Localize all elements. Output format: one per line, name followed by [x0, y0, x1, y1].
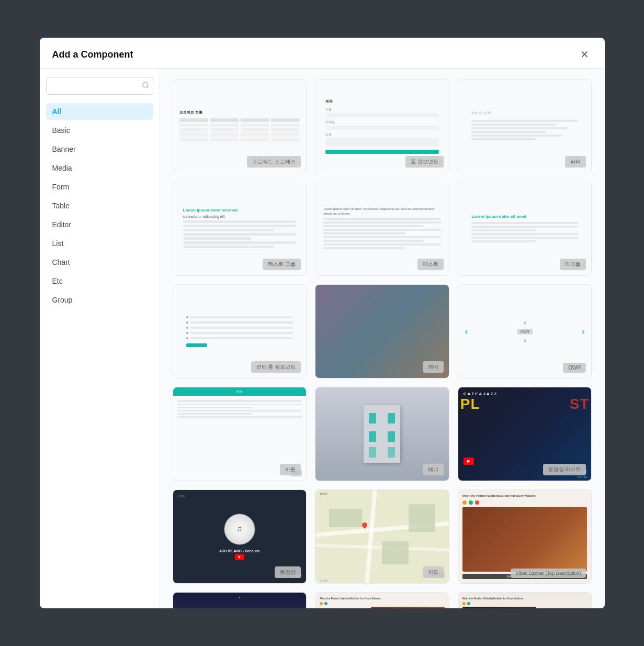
sidebar-item-editor[interactable]: Editor	[46, 216, 153, 233]
card-label-3: 파비	[565, 156, 586, 168]
preview-article: Lorem ipsum dolor sit amet, consectetur …	[323, 207, 440, 251]
preview-mountain: AK	[173, 593, 307, 608]
card-title-only[interactable]: Lorem ipsum dolor sit amet 타이틀	[458, 182, 592, 276]
preview-video-banner-right: Meet the Perfect WebsiteBuilder for Busy…	[458, 593, 592, 608]
card-preview-16: AK	[173, 593, 307, 608]
sidebar: All Basic Banner Media Form Table Editor…	[40, 69, 160, 608]
modal-overlay: Add a Component ✕ All Basic Banner Media…	[0, 0, 644, 646]
card-building[interactable]: 배너	[315, 387, 449, 481]
search-icon	[142, 82, 149, 91]
card-preview-17: Meet the Perfect WebsiteBuilder for Busy…	[315, 593, 449, 608]
preview-text-block: Lorem ipsum dolor sit amet consectetur a…	[183, 208, 296, 250]
card-table-process[interactable]: 프로젝트 현황	[173, 79, 307, 173]
card-label-8: 캐비	[423, 361, 444, 373]
sidebar-item-chart[interactable]: Chart	[46, 254, 153, 271]
sidebar-item-list[interactable]: List	[46, 235, 153, 252]
modal-body: All Basic Banner Media Form Table Editor…	[40, 69, 605, 608]
card-article[interactable]: Lorem ipsum dolor sit amet, consectetur …	[315, 182, 449, 276]
sidebar-item-form[interactable]: Form	[46, 179, 153, 195]
card-video-banner-right[interactable]: Meet the Perfect WebsiteBuilder for Busy…	[458, 592, 592, 608]
sidebar-item-all[interactable]: All	[46, 103, 153, 120]
modal-header: Add a Component ✕	[40, 38, 605, 69]
preview-form: 제목 이름 이메일 내용	[325, 99, 438, 154]
card-mountain[interactable]: AK	[173, 592, 307, 608]
card-video-banner-top[interactable]: Meet the Perfect WebsiteBuilder for Busy…	[458, 489, 592, 584]
sidebar-item-media[interactable]: Media	[46, 160, 153, 176]
svg-line-1	[146, 86, 148, 88]
svg-point-0	[142, 82, 147, 87]
card-label-1: 프로젝트 프로세스	[247, 156, 301, 168]
content-area: 프로젝트 현황	[160, 69, 605, 608]
component-grid: 프로젝트 현황	[173, 79, 592, 608]
card-label-12: 동영상 리스트	[543, 464, 586, 475]
card-label-13: 동영상	[275, 566, 301, 578]
preview-video-banner-left: Meet the Perfect WebsiteBuilder for Busy…	[315, 593, 449, 608]
preview-table: 프로젝트 현황	[179, 110, 299, 142]
sidebar-item-banner[interactable]: Banner	[46, 141, 153, 158]
preview-simple: 서비스 소개	[471, 110, 578, 142]
card-teal-header[interactable]: 메뉴 바튼	[173, 387, 307, 481]
search-box	[46, 77, 153, 95]
sidebar-item-table[interactable]: Table	[46, 197, 153, 214]
sidebar-item-basic[interactable]: Basic	[46, 122, 153, 139]
card-label-9: OWR	[563, 363, 586, 373]
card-label-6: 타이틀	[560, 259, 586, 270]
card-list-content[interactable]: 컨텐 콤 컴포넌트	[173, 284, 307, 378]
card-video-banner-left[interactable]: Meet the Perfect WebsiteBuilder for Busy…	[315, 592, 449, 608]
sidebar-item-etc[interactable]: Etc	[46, 273, 153, 289]
preview-title-only: Lorem ipsum dolor sit amet	[471, 214, 578, 244]
card-label-15: Video Banner (Top Description)	[511, 569, 586, 578]
card-label-5: 테스트	[417, 259, 444, 270]
preview-carousel: ‹ ∧ OWR ∨ ›	[465, 320, 585, 343]
close-button[interactable]: ✕	[578, 47, 592, 62]
card-video-dark[interactable]: 동영상 🎵 ASH ISLAND - Because	[173, 489, 307, 584]
card-label-14: 지도	[423, 566, 444, 578]
sidebar-item-group[interactable]: Group	[46, 292, 153, 308]
card-preview-18: Meet the Perfect WebsiteBuilder for Busy…	[458, 593, 592, 608]
card-label-11: 배너	[423, 464, 444, 475]
preview-list	[186, 316, 293, 347]
card-text-group[interactable]: Lorem ipsum dolor sit amet consectetur a…	[173, 182, 307, 276]
card-simple-lines[interactable]: 서비스 소개 파비	[458, 79, 592, 173]
card-jazz-video[interactable]: CAFE&JAZZ PL ST 동영상 리스트 YouTube	[458, 387, 592, 481]
modal-title: Add a Component	[52, 49, 133, 60]
card-map[interactable]: 동영상	[315, 489, 449, 584]
card-carousel[interactable]: ‹ ∧ OWR ∨ › OWR	[458, 284, 592, 378]
card-label-7: 컨텐 콤 컴포넌트	[251, 361, 301, 373]
card-label-2: 폼 완보년도	[405, 156, 444, 168]
add-component-modal: Add a Component ✕ All Basic Banner Media…	[40, 38, 605, 608]
card-form-teal[interactable]: 제목 이름 이메일 내용 폼 완보년도	[315, 79, 449, 173]
card-label-10: 바튼	[280, 464, 301, 475]
card-label-4: 텍스트 그룹	[263, 259, 301, 270]
search-input[interactable]	[46, 77, 153, 95]
card-image-colorful[interactable]: 캐비	[315, 284, 449, 378]
